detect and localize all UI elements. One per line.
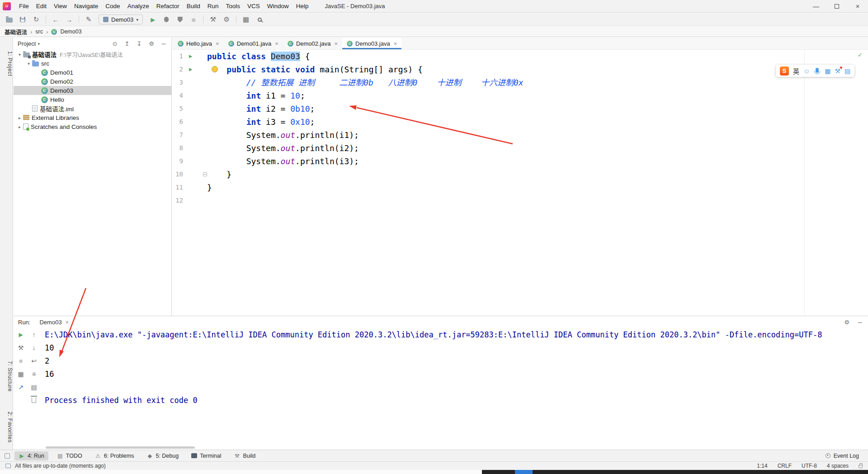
chevron-right-icon[interactable]: ▸: [16, 124, 23, 129]
menu-help[interactable]: Help: [292, 0, 312, 12]
code-line[interactable]: 1▶public class Demo03 {: [172, 50, 868, 63]
tree-node[interactable]: 基础语法.iml: [14, 104, 171, 113]
keyboard-icon[interactable]: ▦: [825, 67, 830, 75]
project-panel-title[interactable]: Project: [18, 40, 36, 47]
coverage-button[interactable]: [175, 14, 185, 25]
menu-vcs[interactable]: VCS: [244, 0, 264, 12]
sogou-logo-icon[interactable]: S: [780, 66, 789, 76]
console-output[interactable]: E:\JDK\bin\java.exe "-javaagent:E:\Intel…: [45, 328, 868, 450]
chevron-down-icon[interactable]: ▾: [16, 52, 23, 57]
menu-view[interactable]: View: [50, 0, 71, 12]
close-icon[interactable]: ×: [66, 319, 69, 326]
locate-file-icon[interactable]: ⊙: [111, 40, 118, 47]
menu-navigate[interactable]: Navigate: [71, 0, 102, 12]
event-log-button[interactable]: Event Log: [826, 453, 859, 459]
code-line[interactable]: 4 int i1 = 10;: [172, 89, 868, 102]
indent-setting[interactable]: 4 spaces: [827, 463, 849, 469]
code-line[interactable]: 2▶ public static void main(String[] args…: [172, 63, 868, 76]
chevron-down-icon[interactable]: ▾: [25, 61, 32, 66]
forward-button[interactable]: →: [64, 14, 75, 25]
toolbox-icon[interactable]: ⚒: [835, 67, 841, 75]
settings-button[interactable]: ⚙: [221, 14, 232, 25]
editor-tab[interactable]: CDemo02.java×: [283, 38, 342, 49]
code-line[interactable]: 6 int i3 = 0x10;: [172, 115, 868, 128]
save-all-button[interactable]: [17, 14, 28, 25]
hide-panel-icon[interactable]: ─: [160, 40, 167, 47]
close-icon[interactable]: ×: [275, 40, 278, 47]
caret-position[interactable]: 1:14: [757, 463, 767, 469]
pin-button[interactable]: ↗: [16, 383, 25, 392]
run-button[interactable]: ▶: [147, 14, 158, 25]
inspections-ok-icon[interactable]: ✓: [858, 52, 863, 58]
restore-layout-button[interactable]: ▦: [16, 370, 25, 379]
toolwindow-button[interactable]: ⚠6: Problems: [91, 451, 138, 460]
tree-node[interactable]: ▸Scratches and Consoles: [14, 122, 171, 131]
editor-body[interactable]: 1▶public class Demo03 {2▶ public static …: [172, 50, 868, 316]
tree-node[interactable]: ▾基础语法F:\学习\JavaSE\基础语法: [14, 50, 171, 59]
fold-icon[interactable]: [203, 172, 207, 176]
stop-button[interactable]: ■: [188, 14, 199, 25]
tree-node[interactable]: CHello: [14, 95, 171, 104]
chevron-right-icon[interactable]: ▸: [16, 115, 23, 120]
breadcrumb-item[interactable]: 基础语法: [5, 28, 27, 36]
ime-language-indicator[interactable]: 英: [793, 66, 799, 76]
sync-button[interactable]: ↻: [31, 14, 42, 25]
close-button[interactable]: ×: [847, 0, 868, 12]
run-config-selector[interactable]: Demo03 ▾: [99, 14, 143, 24]
undo-button[interactable]: ✎: [83, 14, 94, 25]
line-separator[interactable]: CRLF: [778, 463, 792, 469]
code-line[interactable]: 10 }: [172, 168, 868, 181]
toolwindow-stripe-structure[interactable]: 7: Structure: [0, 361, 13, 392]
code-line[interactable]: 8 System.out.println(i2);: [172, 142, 868, 155]
next-occurrence-button[interactable]: ↓: [29, 343, 38, 352]
menu-tools[interactable]: Tools: [222, 0, 244, 12]
run-tab[interactable]: Demo03 ×: [36, 316, 72, 328]
prev-occurrence-button[interactable]: ↑: [29, 330, 38, 339]
gear-icon[interactable]: ⚙: [148, 40, 155, 47]
menu-code[interactable]: Code: [102, 0, 123, 12]
menu-analyze[interactable]: Analyze: [124, 0, 153, 12]
layout-button[interactable]: ▦: [241, 14, 251, 25]
menu-run[interactable]: Run: [204, 0, 222, 12]
stop-button[interactable]: ■: [16, 356, 25, 365]
collapse-all-icon[interactable]: ↧: [136, 40, 143, 47]
code-line[interactable]: 5 int i2 = 0b10;: [172, 102, 868, 115]
menu-file[interactable]: File: [15, 0, 33, 12]
toolwindow-button[interactable]: ▶4: Run: [14, 451, 48, 460]
code-line[interactable]: 12: [172, 194, 868, 207]
microphone-icon[interactable]: [816, 68, 819, 73]
close-icon[interactable]: ×: [216, 40, 219, 47]
breadcrumb-item[interactable]: Demo03: [60, 28, 81, 35]
gear-icon[interactable]: ⚙: [843, 319, 850, 326]
editor-tab[interactable]: CDemo03.java×: [342, 38, 401, 49]
toolwindow-button[interactable]: ◆5: Debug: [142, 451, 183, 460]
toolwindow-button[interactable]: Terminal: [187, 451, 225, 460]
minimize-button[interactable]: —: [806, 0, 826, 12]
toolwindow-stripe-project[interactable]: 1: Project: [0, 51, 13, 76]
expand-all-icon[interactable]: ↥: [123, 40, 131, 47]
code-line[interactable]: 9 System.out.println(i3);: [172, 155, 868, 168]
code-line[interactable]: 7 System.out.println(i1);: [172, 128, 868, 142]
build-project-button[interactable]: ⚒: [208, 14, 218, 25]
tree-node[interactable]: CDemo01: [14, 68, 171, 77]
emoji-icon[interactable]: ☺: [803, 67, 810, 75]
more-icon[interactable]: ▤: [844, 67, 850, 75]
toolwindow-stripe-favorites[interactable]: 2: Favorites: [0, 412, 13, 443]
clear-all-button[interactable]: [29, 396, 38, 405]
code-line[interactable]: 11}: [172, 181, 868, 194]
menu-edit[interactable]: Edit: [33, 0, 50, 12]
lock-icon[interactable]: [859, 465, 863, 468]
close-icon[interactable]: ×: [394, 40, 397, 47]
close-icon[interactable]: ×: [335, 40, 338, 47]
scrollbar-thumb[interactable]: [46, 446, 195, 449]
soft-wrap-button[interactable]: ↩: [29, 356, 38, 365]
tree-node[interactable]: CDemo03: [14, 86, 171, 95]
debug-button[interactable]: [161, 14, 172, 25]
back-button[interactable]: ←: [50, 14, 61, 25]
run-gutter-icon[interactable]: ▶: [189, 63, 192, 76]
menu-build[interactable]: Build: [183, 0, 204, 12]
code-line[interactable]: 3 // 整数拓展 进制 二进制0b 八进制0 十进制 十六进制0x: [172, 76, 868, 89]
run-gutter-icon[interactable]: ▶: [189, 50, 192, 63]
maximize-button[interactable]: [826, 0, 847, 12]
tree-node[interactable]: CDemo02: [14, 77, 171, 86]
